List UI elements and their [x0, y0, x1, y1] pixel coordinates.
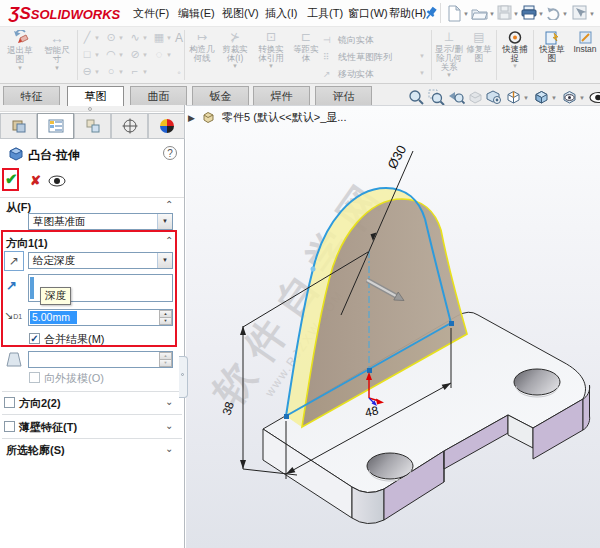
tab-sheet-metal[interactable]: 钣金 — [192, 86, 249, 105]
merge-result-checkbox[interactable]: ✓ — [29, 333, 40, 344]
spin-down[interactable]: ▼ — [159, 317, 172, 325]
tab-feature-manager[interactable] — [0, 113, 37, 139]
tab-display-manager[interactable] — [148, 113, 185, 139]
sketch-construction-button[interactable]: ◌ — [152, 47, 166, 62]
selected-contours-label[interactable]: 所选轮廓(S) — [6, 443, 65, 458]
view-orientation-icon[interactable] — [505, 89, 522, 106]
end-condition-combobox[interactable]: 给定深度▼ — [28, 252, 173, 269]
flyout-caret[interactable]: ▼ — [39, 64, 75, 72]
flyout-caret[interactable]: ▼ — [142, 69, 148, 75]
plate-hole-left[interactable] — [367, 453, 413, 479]
offset-entities-button[interactable]: ⊏ 等距实 体 — [291, 30, 321, 63]
eye-icon[interactable] — [589, 89, 600, 106]
exit-sketch-button[interactable]: 退出草 图 ▼ — [2, 30, 38, 72]
graphics-viewport[interactable]: 软件自学网 www.RJZXW.COM — [186, 105, 600, 548]
open-file-caret[interactable]: ▼ — [489, 11, 495, 17]
cancel-button[interactable]: ✘ — [30, 173, 41, 188]
view-orientation-caret[interactable]: ▼ — [523, 95, 529, 101]
tab-sketch[interactable]: 草图 — [67, 86, 124, 106]
sketch-vertex[interactable] — [449, 321, 454, 326]
flyout-caret[interactable]: ▼ — [499, 63, 531, 70]
section-view-icon[interactable] — [467, 89, 484, 106]
save-caret[interactable]: ▼ — [513, 11, 519, 17]
sketch-pattern-button[interactable]: ▦ — [152, 30, 166, 45]
direction1-section-label[interactable]: 方向1(1) — [6, 236, 48, 251]
hide-show-caret[interactable]: ▼ — [579, 95, 585, 101]
new-file-caret[interactable]: ▼ — [463, 11, 469, 17]
help-icon[interactable]: ? — [163, 146, 177, 160]
ok-button[interactable]: ✔ — [5, 170, 18, 188]
previous-view-icon[interactable] — [448, 89, 465, 106]
direction2-section-label[interactable]: 方向2(2) — [19, 396, 61, 411]
flyout-caret[interactable]: ▼ — [253, 63, 289, 70]
trim-entities-button[interactable]: ⊁ 剪裁实 体(I) ▼ — [219, 30, 251, 70]
menu-file[interactable]: 文件(F) — [129, 0, 173, 26]
panel-flyout-handle[interactable] — [179, 356, 188, 398]
construction-geometry-button[interactable]: ↦ 构造几 何线 — [187, 30, 217, 63]
undo-icon[interactable] — [546, 6, 561, 20]
sketch-ellipse-button[interactable]: ⊘ — [128, 47, 142, 62]
thin-feature-chevron[interactable]: ⌄ — [165, 420, 173, 431]
save-icon[interactable] — [497, 5, 512, 20]
flyout-caret[interactable]: ▼ — [94, 52, 100, 58]
plate-hole-right[interactable] — [514, 369, 560, 395]
open-file-icon[interactable] — [471, 7, 488, 20]
print-icon[interactable] — [521, 5, 537, 20]
smart-dimension-button[interactable]: ↔ 智能尺 寸 ▼ — [39, 30, 75, 72]
display-delete-relations-button[interactable]: ⊥ 显示/删 除几何 关系 ▼ — [434, 30, 464, 79]
plate-corner-wall[interactable] — [352, 487, 384, 524]
rapid-sketch-button[interactable]: 快速草 图 — [536, 30, 568, 63]
flyout-caret[interactable]: ▼ — [94, 35, 100, 41]
sketch-arc-button[interactable]: ◠ — [104, 47, 118, 62]
flyout-caret[interactable]: ▼ — [434, 72, 464, 79]
flyout-caret[interactable]: ▼ — [419, 70, 425, 76]
tab-dimxpert-manager[interactable] — [111, 113, 148, 139]
flyout-caret[interactable]: ▼ — [118, 35, 124, 41]
sketch-point-circle-button[interactable]: ○ — [104, 64, 118, 79]
direction2-chevron[interactable]: ⌄ — [165, 396, 173, 407]
depth-value[interactable]: 5.00mm — [32, 310, 70, 325]
sketch-slot-button[interactable]: ⊖ — [80, 64, 94, 79]
direction2-checkbox[interactable] — [4, 397, 15, 408]
selected-contours-chevron[interactable]: ⌄ — [165, 443, 173, 454]
instant2d-button[interactable]: Instan — [570, 30, 600, 54]
zoom-fit-icon[interactable] — [408, 89, 425, 106]
reverse-direction-button[interactable]: ↗ — [4, 251, 24, 271]
flyout-caret[interactable]: ▼ — [94, 69, 100, 75]
sketch-spline-button[interactable]: ∿ — [128, 30, 142, 45]
sketch-origin-point[interactable] — [367, 368, 372, 373]
menu-tools[interactable]: 工具(T) — [303, 0, 347, 26]
sketch-tangent-point[interactable] — [311, 267, 316, 272]
flyout-caret[interactable]: ▼ — [2, 64, 38, 72]
sketch-fillet-button[interactable]: ⌐ — [128, 64, 142, 79]
sketch-vertex[interactable] — [284, 414, 289, 419]
thin-feature-checkbox[interactable] — [4, 421, 15, 432]
new-file-icon[interactable] — [447, 5, 462, 22]
panel-splitter[interactable] — [0, 105, 184, 112]
combo-caret-icon[interactable]: ▼ — [157, 214, 172, 229]
flyout-caret[interactable]: ▼ — [118, 69, 124, 75]
flyout-caret[interactable]: ▼ — [142, 52, 148, 58]
thin-feature-section-label[interactable]: 薄壁特征(T) — [19, 420, 77, 435]
preview-eye-button[interactable] — [48, 175, 66, 188]
select-icon[interactable] — [572, 5, 587, 20]
convert-entities-button[interactable]: ⊡ 转换实 体引用 ▼ — [253, 30, 289, 70]
tab-surfaces[interactable]: 曲面 — [130, 86, 187, 105]
display-style-caret[interactable]: ▼ — [551, 95, 557, 101]
print-caret[interactable]: ▼ — [538, 11, 544, 17]
display-style-icon[interactable] — [533, 89, 550, 106]
tree-expand-arrow[interactable]: ▶ — [188, 113, 195, 123]
tab-evaluate[interactable]: 评估 — [315, 86, 372, 105]
view-settings-icon[interactable] — [485, 89, 503, 106]
menu-view[interactable]: 视图(V) — [218, 0, 263, 26]
tab-property-manager[interactable] — [37, 113, 74, 139]
spin-down[interactable]: ▼ — [159, 359, 172, 367]
flyout-caret[interactable]: ▼ — [118, 52, 124, 58]
move-entities-button[interactable]: ↗移动实体 — [323, 67, 374, 81]
draft-angle-spinner[interactable]: ▲▼ — [28, 351, 173, 368]
sketch-rectangle-button[interactable]: □ — [80, 47, 94, 62]
draft-outward-checkbox[interactable] — [29, 372, 40, 383]
depth-spinner[interactable]: 5.00mm ▲▼ — [28, 309, 173, 326]
combo-caret-icon[interactable]: ▼ — [157, 253, 172, 268]
sketch-circle-button[interactable]: ⊙ — [104, 30, 118, 45]
